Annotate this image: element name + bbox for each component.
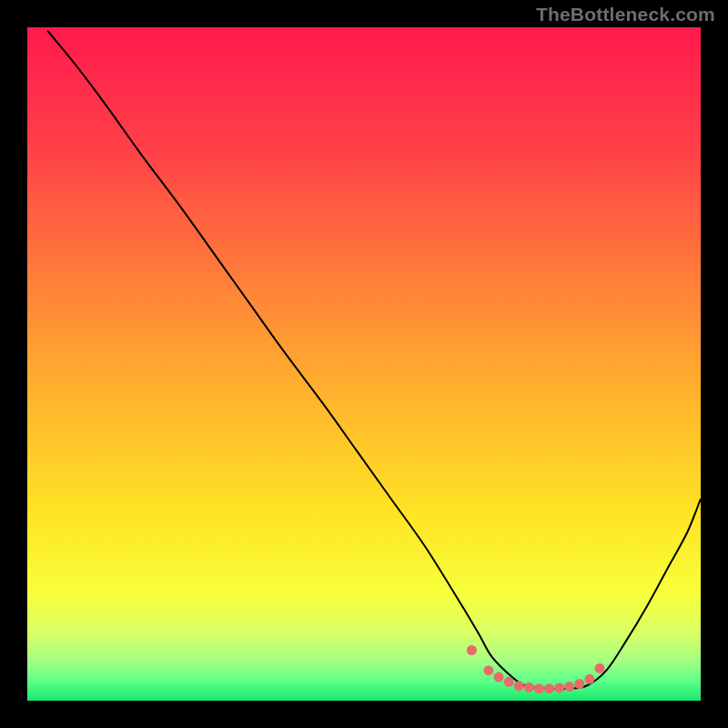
optimal-marker xyxy=(595,663,605,673)
gradient-background xyxy=(27,27,701,701)
optimal-marker xyxy=(467,645,477,655)
optimal-marker xyxy=(554,682,564,693)
watermark-text: TheBottleneck.com xyxy=(536,4,715,25)
bottleneck-chart xyxy=(27,27,701,701)
optimal-marker xyxy=(483,665,493,675)
optimal-marker xyxy=(504,677,514,687)
optimal-marker xyxy=(584,674,594,684)
optimal-marker xyxy=(564,682,574,692)
chart-frame xyxy=(27,27,701,701)
optimal-marker xyxy=(534,683,544,693)
optimal-marker xyxy=(524,682,534,693)
optimal-marker xyxy=(544,683,554,693)
optimal-marker xyxy=(574,679,584,689)
optimal-marker xyxy=(494,672,504,682)
optimal-marker xyxy=(514,681,524,691)
